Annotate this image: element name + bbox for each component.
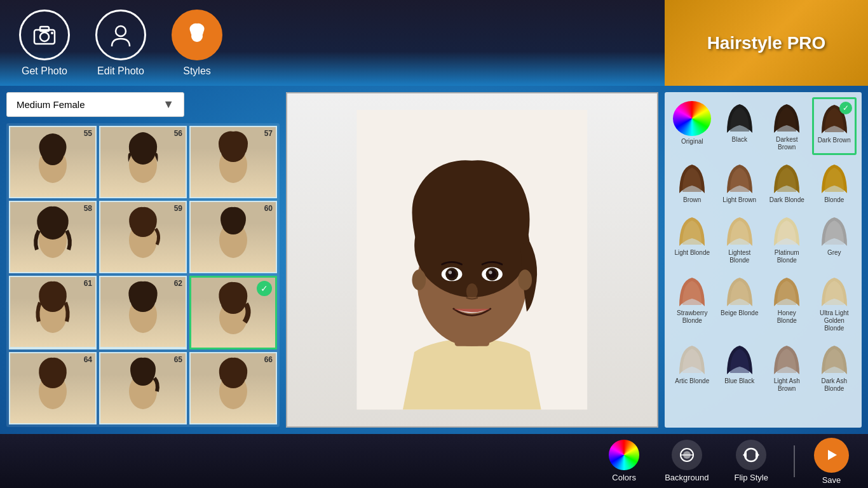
style-thumbnail bbox=[191, 353, 276, 423]
style-number: 60 bbox=[264, 204, 273, 213]
style-number: 56 bbox=[174, 129, 182, 138]
footer-toolbar: Colors Background Flip Style bbox=[0, 434, 868, 488]
main-content: Medium Female ▼ 55 56 bbox=[0, 86, 868, 434]
color-item-blue-black[interactable]: Blue Black bbox=[717, 339, 763, 396]
background-button[interactable]: Background bbox=[665, 440, 709, 482]
colors-button[interactable]: Colors bbox=[609, 440, 639, 482]
style-item[interactable]: 64 bbox=[9, 352, 97, 424]
color-label: Light Brown bbox=[722, 196, 756, 204]
save-button[interactable]: Save bbox=[814, 438, 849, 485]
flip-style-label: Flip Style bbox=[735, 473, 768, 482]
svg-point-35 bbox=[412, 269, 426, 290]
style-category-dropdown[interactable]: Medium Female ▼ bbox=[6, 92, 184, 117]
style-number: 58 bbox=[84, 204, 92, 213]
style-item[interactable]: 62 bbox=[99, 276, 187, 349]
style-thumbnail bbox=[100, 202, 186, 272]
flip-style-icon bbox=[736, 440, 766, 470]
color-label: Darkest Brown bbox=[767, 136, 807, 151]
color-panel: Original Black Darkest Brown ✓ Dark Brow… bbox=[665, 92, 862, 428]
colors-icon bbox=[609, 440, 639, 470]
color-item-beige-blonde[interactable]: Beige Blonde bbox=[717, 271, 763, 336]
style-thumbnail bbox=[10, 202, 95, 272]
camera-icon bbox=[19, 10, 70, 60]
color-item-darkest-brown[interactable]: Darkest Brown bbox=[764, 97, 810, 155]
style-item[interactable]: 57 bbox=[189, 126, 277, 198]
nav-get-photo-label: Get Photo bbox=[22, 65, 67, 77]
svg-point-43 bbox=[449, 271, 452, 274]
color-item-lightest-blonde[interactable]: Lightest Blonde bbox=[717, 210, 763, 268]
style-number: 65 bbox=[174, 355, 182, 364]
style-thumbnail bbox=[191, 127, 276, 197]
style-number: 59 bbox=[174, 204, 182, 213]
color-label: Original bbox=[681, 138, 703, 146]
selected-check-icon: ✓ bbox=[257, 281, 272, 296]
color-label: Dark Brown bbox=[818, 137, 851, 144]
nav-styles-label: Styles bbox=[183, 65, 211, 77]
color-item-light-blonde[interactable]: Light Blonde bbox=[670, 210, 715, 268]
flip-style-button[interactable]: Flip Style bbox=[735, 440, 768, 482]
color-item-blonde[interactable]: Blonde bbox=[812, 158, 857, 208]
style-number: 61 bbox=[84, 279, 92, 288]
color-item-brown[interactable]: Brown bbox=[670, 158, 715, 208]
style-item[interactable]: 58 bbox=[9, 201, 97, 273]
svg-marker-51 bbox=[828, 450, 837, 460]
color-item-ultra-light-golden-blonde[interactable]: Ultra Light Golden Blonde bbox=[812, 271, 857, 336]
styles-grid: 55 56 bbox=[6, 123, 280, 427]
style-thumbnail bbox=[100, 353, 186, 423]
color-label: Artic Blonde bbox=[675, 377, 709, 385]
svg-point-3 bbox=[51, 32, 53, 34]
color-item-strawberry-blonde[interactable]: Strawberry Blonde bbox=[670, 271, 715, 336]
color-label: Blue Black bbox=[724, 377, 754, 385]
background-label: Background bbox=[665, 473, 709, 482]
color-item-light-ash-brown[interactable]: Light Ash Brown bbox=[764, 339, 810, 396]
save-label: Save bbox=[822, 475, 841, 485]
color-item-dark-blonde[interactable]: Dark Blonde bbox=[764, 158, 810, 208]
svg-rect-48 bbox=[681, 454, 693, 456]
style-thumbnail bbox=[100, 127, 186, 197]
save-icon bbox=[814, 438, 849, 473]
svg-point-36 bbox=[519, 269, 532, 290]
hairstyle-icon bbox=[172, 10, 222, 60]
color-label: Light Ash Brown bbox=[767, 377, 807, 393]
style-item[interactable]: 66 bbox=[189, 352, 277, 424]
color-item-reset[interactable]: Original bbox=[670, 97, 715, 155]
color-item-grey[interactable]: Grey bbox=[812, 210, 857, 268]
color-label: Brown bbox=[683, 196, 701, 204]
color-label: Dark Blonde bbox=[770, 196, 804, 204]
color-label: Lightest Blonde bbox=[720, 249, 760, 264]
colors-label: Colors bbox=[612, 473, 636, 482]
nav-edit-photo-label: Edit Photo bbox=[97, 65, 144, 77]
person-icon bbox=[95, 10, 146, 60]
style-item[interactable]: 60 bbox=[189, 201, 277, 273]
color-item-honey-blonde[interactable]: Honey Blonde bbox=[764, 271, 810, 336]
color-label: Platinum Blonde bbox=[767, 249, 807, 264]
header: Get Photo Edit Photo Styles Hairstyle PR… bbox=[0, 0, 868, 86]
left-panel: Medium Female ▼ 55 56 bbox=[6, 92, 280, 428]
nav-styles[interactable]: Styles bbox=[172, 10, 222, 77]
style-item[interactable]: 59 bbox=[99, 201, 187, 273]
color-label: Beige Blonde bbox=[721, 309, 759, 317]
color-label: Strawberry Blonde bbox=[672, 309, 712, 325]
app-title: Hairstyle PRO bbox=[707, 33, 826, 53]
style-item[interactable]: 65 bbox=[99, 352, 187, 424]
style-item[interactable]: 61 bbox=[9, 276, 97, 349]
style-thumbnail bbox=[10, 277, 95, 347]
photo-display bbox=[286, 92, 658, 428]
nav-edit-photo[interactable]: Edit Photo bbox=[95, 10, 146, 77]
style-item[interactable]: 56 bbox=[99, 126, 187, 198]
style-number: 66 bbox=[264, 355, 273, 364]
color-item-dark-brown-selected[interactable]: ✓ Dark Brown bbox=[812, 97, 857, 155]
color-label: Dark Ash Blonde bbox=[815, 377, 855, 393]
color-item-dark-ash-blonde[interactable]: Dark Ash Blonde bbox=[812, 339, 857, 396]
color-item-light-brown[interactable]: Light Brown bbox=[717, 158, 763, 208]
style-category-dropdown-container: Medium Female ▼ bbox=[6, 92, 280, 117]
color-item-black[interactable]: Black bbox=[717, 97, 763, 155]
svg-rect-2 bbox=[40, 27, 49, 31]
style-item-selected[interactable]: ✓ bbox=[189, 276, 277, 349]
color-label: Blonde bbox=[824, 196, 844, 204]
style-item[interactable]: 55 bbox=[9, 126, 97, 198]
color-item-platinum-blonde[interactable]: Platinum Blonde bbox=[764, 210, 810, 268]
nav-get-photo[interactable]: Get Photo bbox=[19, 10, 70, 77]
svg-point-1 bbox=[40, 32, 49, 41]
color-item-artic-blonde[interactable]: Artic Blonde bbox=[670, 339, 715, 396]
